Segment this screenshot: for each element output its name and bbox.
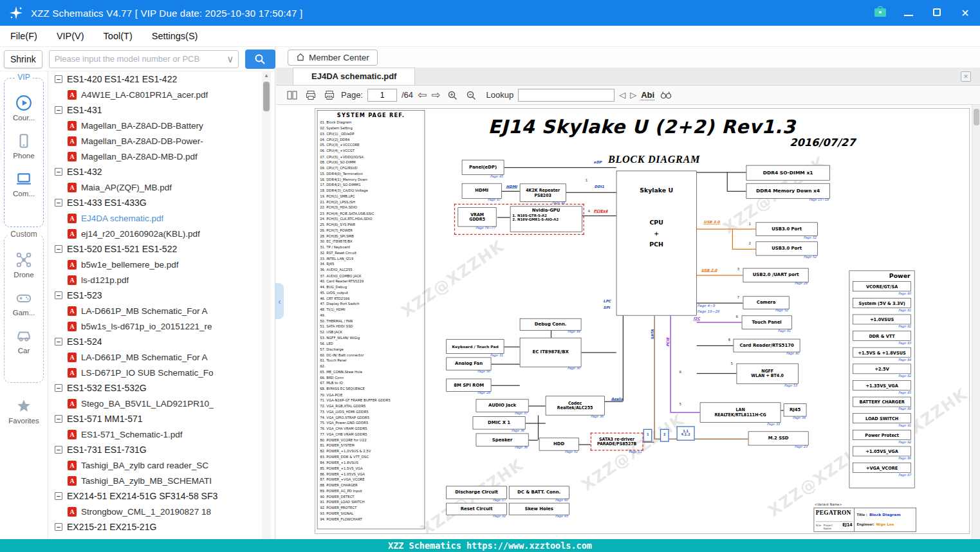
tree-file[interactable]: ALA-D661P_MB Schematic_For A — [48, 349, 262, 365]
viewer-scrollbar[interactable] — [972, 105, 980, 539]
close-preview-icon[interactable]: ✕ — [961, 71, 971, 82]
collapse-panel-handle[interactable]: ‹ — [275, 283, 284, 319]
zoom-in-icon[interactable] — [445, 88, 459, 102]
lookup-input[interactable] — [518, 89, 615, 102]
wire — [492, 364, 520, 365]
tree-file-label: Tashigi_BA_zylb_MB_SCHEMATI — [81, 476, 212, 486]
tree-file[interactable]: AEJ4DA schematic.pdf — [48, 210, 262, 226]
tree-group[interactable]: ES1-420 ES1-421 ES1-422 — [48, 71, 262, 87]
sidebar-item-computer[interactable]: Com... — [5, 170, 43, 198]
collapse-minus-icon[interactable] — [55, 415, 62, 423]
collapse-minus-icon[interactable] — [55, 492, 62, 500]
tab-document[interactable]: EJ4DA schematic.pdf — [293, 68, 415, 85]
tree-file[interactable]: ATashigi_BA_zylb card reader_SC — [48, 457, 262, 473]
tree-group[interactable]: ES1-432 — [48, 164, 262, 179]
chevron-down-icon[interactable]: ∨ — [223, 52, 238, 66]
next-result-icon[interactable]: ▷ — [630, 90, 636, 100]
sysref-item: 49. — [320, 313, 422, 318]
sysref-item: 87. POWER_+VGA_VCORE — [320, 477, 422, 483]
collapse-minus-icon[interactable] — [55, 245, 62, 253]
sidebar-item-drone[interactable]: Drone — [5, 251, 43, 279]
tree-file[interactable]: AMagellan_BA-Z8AD-DB-Power- — [48, 133, 262, 149]
tree-group[interactable]: EX215-21 EX215-21G — [48, 519, 262, 535]
binoculars-icon[interactable] — [659, 88, 673, 102]
model-search-input[interactable] — [50, 51, 223, 67]
sidebar-item-label: Favorites — [8, 417, 39, 425]
power-block: BATTERY CHARGER — [853, 397, 911, 407]
bus-label: 1 — [749, 222, 752, 226]
model-search-combo[interactable]: ∨ — [49, 50, 239, 68]
tree-file[interactable]: ALA-D661P_MB Schematic_For A — [48, 303, 262, 318]
tree-file[interactable]: AStego_BA_B5V1L_LAD921PR10_ — [48, 396, 262, 411]
tree-file[interactable]: Ab5w1s_ls-d671p_io_20151221_re — [48, 318, 262, 334]
vault-icon[interactable] — [873, 6, 887, 20]
sidebar-item-favorites[interactable]: Favorites — [4, 397, 44, 425]
wire — [582, 353, 616, 353]
collapse-minus-icon[interactable] — [55, 75, 62, 83]
tree-group[interactable]: ES1-433 ES1-433G — [48, 195, 262, 210]
menu-filef[interactable]: File(F) — [10, 31, 37, 41]
collapse-minus-icon[interactable] — [55, 523, 62, 531]
tree-group[interactable]: ES1-520 ES1-521 ES1-522 — [48, 241, 262, 257]
member-center-button[interactable]: Member Center — [288, 50, 378, 66]
zoom-out-icon[interactable] — [464, 88, 478, 102]
sysref-item: 18. DDR4(3)_CA/DQ Voltage — [320, 188, 422, 194]
collapse-minus-icon[interactable] — [55, 168, 62, 176]
collapse-minus-icon[interactable] — [55, 338, 62, 345]
prev-page-icon[interactable]: ⇦ — [418, 89, 427, 102]
tree-group[interactable]: ES1-571 MM1-571 — [48, 411, 262, 427]
block-rj45: RJ45Page 34 — [784, 404, 807, 417]
print-icon[interactable] — [304, 88, 318, 102]
collapse-minus-icon[interactable] — [55, 106, 62, 114]
block-nvidia-gpu: Nvidia-GPU1. N16S-GTR-S-A22. N16V-GMR1-S… — [510, 207, 582, 232]
diagram-subtitle: BLOCK DIAGRAM — [604, 154, 704, 166]
minimize-button[interactable] — [901, 7, 916, 19]
menu-vipv[interactable]: VIP(V) — [57, 31, 84, 41]
tree-file[interactable]: AMagellan_BA-Z8AD-DB-Battery — [48, 118, 262, 133]
next-page-icon[interactable]: ⇨ — [431, 89, 440, 102]
tree-file-label: Magellan_BA-Z8AD-DB-Power- — [81, 136, 203, 146]
tree-file[interactable]: ATashigi_BA_zylb_MB_SCHEMATI — [48, 473, 262, 488]
bus-label: I2C — [694, 317, 700, 321]
collapse-minus-icon[interactable] — [55, 384, 62, 392]
collapse-minus-icon[interactable] — [55, 291, 62, 299]
tree-file[interactable]: Aej14_r20_20160902a(KBL).pdf — [48, 226, 262, 241]
tree-group[interactable]: ES1-731 ES1-731G — [48, 442, 262, 457]
search-button[interactable] — [245, 50, 275, 69]
collapse-minus-icon[interactable] — [55, 446, 62, 454]
tree-file[interactable]: AMagellan_BA-Z8AD-MB-D.pdf — [48, 149, 262, 164]
tree-group[interactable]: ES1-524 — [48, 334, 262, 349]
viewer-scroll-thumb[interactable] — [974, 109, 979, 125]
tree-file[interactable]: AMaia_AP(ZQF)_MB.pdf — [48, 179, 262, 195]
maximize-button[interactable] — [930, 7, 944, 19]
collapse-minus-icon[interactable] — [55, 199, 62, 207]
tree-scroll-thumb[interactable] — [263, 82, 270, 111]
menu-settingss[interactable]: Settings(S) — [152, 31, 198, 41]
tree-file[interactable]: Ab5w1e_bellemere_be.pdf — [48, 257, 262, 272]
sidebar-item-course[interactable]: Cour... — [5, 94, 43, 122]
close-button[interactable]: ✕ — [958, 7, 972, 19]
favorites-area: Favorites — [4, 391, 44, 435]
sidebar-item-game[interactable]: Gam... — [5, 289, 43, 317]
tree-group[interactable]: ES1-532 ES1-532G — [48, 380, 262, 396]
tree-scrollbar[interactable]: ▲ — [262, 71, 271, 539]
prev-result-icon[interactable]: ◁ — [619, 90, 625, 100]
tree-group[interactable]: ES1-431 — [48, 102, 262, 118]
print-current-icon[interactable] — [322, 88, 337, 102]
scroll-up-icon[interactable]: ▲ — [262, 71, 271, 80]
sysref-item: 44. BUG_Debug — [320, 284, 422, 290]
tree-file[interactable]: Als-d121p.pdf — [48, 272, 262, 288]
shrink-button[interactable]: Shrink — [4, 50, 42, 68]
tree-file[interactable]: AES1-571_Schematic-1.pdf — [48, 427, 262, 442]
tree-group[interactable]: EX214-51 EX214-51G SF314-58 SF3 — [48, 488, 262, 504]
tree-file[interactable]: ALS-D671P_IO SUB Schematic_Fo — [48, 365, 262, 380]
sidebar-item-phone[interactable]: Phone — [5, 132, 43, 160]
tree-file[interactable]: AA4W1E_LA-C801PR1A_acer.pdf — [48, 87, 262, 102]
font-style-button[interactable]: Abi — [641, 90, 654, 100]
menu-toolt[interactable]: Tool(T) — [104, 31, 133, 41]
tree-group[interactable]: ES1-523 — [48, 288, 262, 303]
two-page-view-icon[interactable] — [285, 88, 299, 102]
page-input[interactable] — [367, 89, 397, 102]
tree-file[interactable]: AStrongbow_CML_1_20190827 18 — [48, 504, 262, 519]
sidebar-item-car[interactable]: Car — [5, 327, 43, 354]
